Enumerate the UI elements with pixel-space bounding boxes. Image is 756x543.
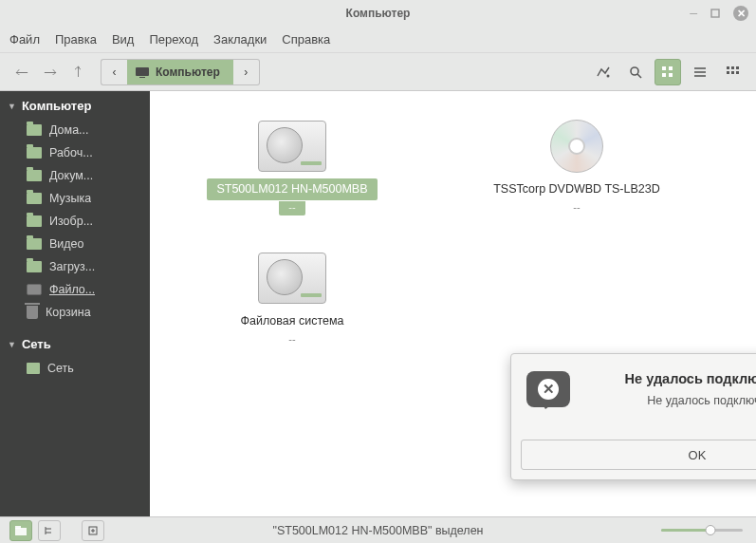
folder-icon xyxy=(27,193,42,204)
path-prev-button[interactable]: ‹ xyxy=(101,59,127,85)
sidebar-group-label: Компьютер xyxy=(22,99,91,113)
folder-icon xyxy=(27,261,42,272)
pathbar: ‹ Компьютер › xyxy=(101,59,260,85)
places-pane-button[interactable] xyxy=(9,520,32,541)
zoom-slider[interactable] xyxy=(661,529,743,532)
window-controls: ─ ✕ xyxy=(690,6,748,21)
path-next-button[interactable]: › xyxy=(233,59,260,85)
sidebar-item-documents[interactable]: Докум... xyxy=(0,164,150,187)
harddisk-icon xyxy=(258,253,326,304)
back-button[interactable]: 🡐 xyxy=(9,60,34,84)
menu-go[interactable]: Переход xyxy=(149,32,198,47)
error-dialog: ✕ ✕ Не удалось подключить адрес Не удало… xyxy=(510,353,756,480)
svg-rect-19 xyxy=(15,528,27,535)
file-subtitle: -- xyxy=(573,201,580,213)
svg-rect-17 xyxy=(731,71,734,74)
svg-rect-8 xyxy=(662,73,666,77)
sidebar-item-videos[interactable]: Видео xyxy=(0,233,150,255)
sidebar-item-pictures[interactable]: Изобр... xyxy=(0,210,150,233)
close-button[interactable]: ✕ xyxy=(733,6,748,21)
svg-rect-1 xyxy=(136,67,149,76)
svg-rect-2 xyxy=(139,77,145,78)
sidebar-item-trash[interactable]: Корзина xyxy=(0,301,150,324)
dialog-message: Не удалось подключить файл xyxy=(591,394,756,407)
sidebar-item-filesystem[interactable]: Файло... xyxy=(0,278,150,301)
window-title: Компьютер xyxy=(346,7,411,20)
minimize-button[interactable]: ─ xyxy=(690,8,697,19)
folder-icon xyxy=(27,147,42,159)
error-icon: ✕ xyxy=(526,371,578,422)
menu-view[interactable]: Вид xyxy=(112,32,135,47)
dialog-title: Не удалось подключить адрес xyxy=(591,371,756,386)
folder-icon xyxy=(27,215,42,227)
sidebar-item-downloads[interactable]: Загруз... xyxy=(0,255,150,278)
file-view[interactable]: ST500LM012 HN-M500MBB -- TSSTcorp DVDWBD… xyxy=(150,91,756,543)
menu-edit[interactable]: Правка xyxy=(55,32,97,47)
toolbar: 🡐 🡒 🡑 ‹ Компьютер › xyxy=(0,53,756,91)
up-button[interactable]: 🡑 xyxy=(66,60,91,84)
file-subtitle: -- xyxy=(279,201,304,215)
file-label: Файловая система xyxy=(230,310,353,332)
sidebar-group-network[interactable]: ▼ Сеть xyxy=(0,329,150,357)
menubar: Файл Правка Вид Переход Закладки Справка xyxy=(0,27,756,53)
caret-down-icon: ▼ xyxy=(8,102,16,111)
dialog-ok-button[interactable]: OK xyxy=(521,440,756,470)
svg-point-3 xyxy=(607,74,610,77)
sidebar-group-computer[interactable]: ▼ Компьютер xyxy=(0,91,150,119)
list-view-button[interactable] xyxy=(687,59,713,85)
icon-view-button[interactable] xyxy=(655,59,681,85)
drive-item-filesystem[interactable]: Файловая система -- xyxy=(169,250,415,345)
path-label: Компьютер xyxy=(156,66,220,79)
svg-rect-0 xyxy=(711,9,719,17)
maximize-button[interactable] xyxy=(710,9,720,18)
forward-button[interactable]: 🡒 xyxy=(38,60,63,84)
folder-icon xyxy=(27,124,42,136)
file-label: ST500LM012 HN-M500MBB xyxy=(207,178,377,200)
status-text: "ST500LM012 HN-M500MBB" выделен xyxy=(272,524,483,537)
drive-icon xyxy=(27,284,42,295)
search-button[interactable] xyxy=(622,59,649,85)
svg-rect-16 xyxy=(727,71,729,74)
svg-rect-20 xyxy=(15,526,21,529)
titlebar: Компьютер ─ ✕ xyxy=(0,0,756,27)
svg-rect-13 xyxy=(727,66,729,69)
menu-file[interactable]: Файл xyxy=(9,32,40,47)
statusbar: "ST500LM012 HN-M500MBB" выделен xyxy=(0,516,756,543)
svg-point-4 xyxy=(631,67,638,75)
sidebar-item-desktop[interactable]: Рабоч... xyxy=(0,141,150,164)
harddisk-icon xyxy=(258,121,326,172)
svg-rect-14 xyxy=(731,66,734,69)
caret-down-icon: ▼ xyxy=(8,340,16,349)
svg-line-5 xyxy=(637,74,641,78)
drive-item-dvd[interactable]: TSSTcorp DVDWBD TS-LB23D -- xyxy=(453,118,700,215)
svg-rect-9 xyxy=(669,73,673,77)
menu-help[interactable]: Справка xyxy=(282,32,330,47)
compact-view-button[interactable] xyxy=(719,59,746,85)
svg-rect-15 xyxy=(736,66,739,69)
toggle-location-button[interactable] xyxy=(590,59,617,85)
sidebar-item-music[interactable]: Музыка xyxy=(0,187,150,210)
sidebar-group-label: Сеть xyxy=(22,337,51,351)
trash-icon xyxy=(27,306,38,319)
svg-rect-6 xyxy=(662,66,666,70)
close-pane-button[interactable] xyxy=(82,520,104,541)
svg-rect-18 xyxy=(736,71,739,74)
computer-icon xyxy=(135,66,150,78)
svg-rect-7 xyxy=(669,66,673,70)
sidebar-item-home[interactable]: Дома... xyxy=(0,119,150,141)
folder-icon xyxy=(27,238,42,250)
network-icon xyxy=(27,363,40,374)
optical-disc-icon xyxy=(550,120,603,173)
sidebar-item-network[interactable]: Сеть xyxy=(0,357,150,380)
file-label: TSSTcorp DVDWBD TS-LB23D xyxy=(484,178,670,200)
folder-icon xyxy=(27,170,42,181)
menu-bookmarks[interactable]: Закладки xyxy=(213,32,267,47)
sidebar: ▼ Компьютер Дома... Рабоч... Докум... Му… xyxy=(0,91,150,543)
drive-item-st500[interactable]: ST500LM012 HN-M500MBB -- xyxy=(169,118,415,215)
file-subtitle: -- xyxy=(288,333,295,345)
path-current[interactable]: Компьютер xyxy=(127,59,233,85)
tree-pane-button[interactable] xyxy=(38,520,61,541)
